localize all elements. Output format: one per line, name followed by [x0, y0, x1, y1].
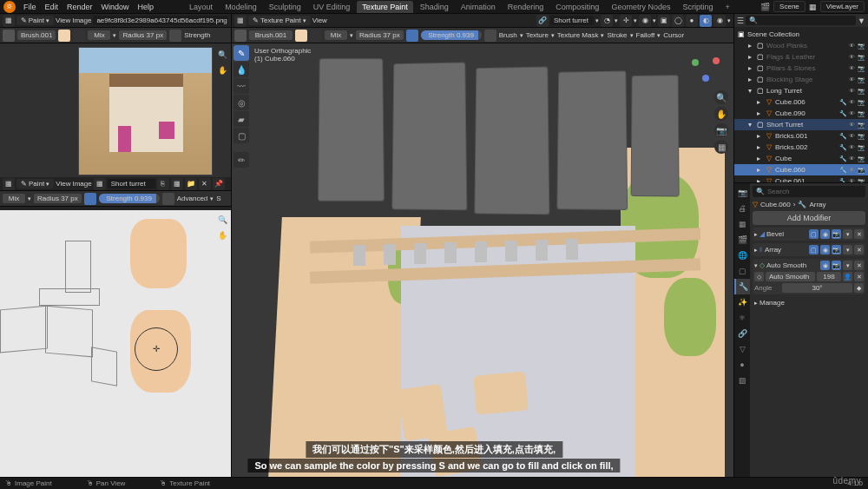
editor-type-icon[interactable]: ☰	[737, 17, 744, 25]
tree-row[interactable]: ▸▽Cube🔧👁📷	[734, 153, 868, 164]
tree-row[interactable]: ▸▽Bricks.002🔧👁📷	[734, 142, 868, 153]
filter-icon[interactable]: ▼	[858, 17, 865, 25]
blend-mode-field[interactable]: Mix	[88, 30, 110, 40]
tab-animation[interactable]: Animation	[456, 1, 501, 13]
tab-shading[interactable]: Shading	[415, 1, 454, 13]
unlink-x-icon[interactable]: ✕	[199, 178, 211, 190]
prop-tab-world-icon[interactable]: 🌐	[734, 248, 750, 263]
visibility-toggle-icon[interactable]: 👁	[847, 43, 856, 50]
tab-modeling[interactable]: Modeling	[220, 1, 262, 13]
outliner-search-input[interactable]: 🔍	[746, 16, 856, 25]
pan-icon[interactable]: ✋	[714, 107, 728, 121]
xray-icon[interactable]: ▣	[658, 15, 670, 27]
editor-type-icon[interactable]: ▦	[3, 15, 15, 27]
prop-tab-modifier-icon[interactable]: 🔧	[734, 279, 750, 294]
visibility-toggle-icon[interactable]: 📷	[857, 110, 865, 117]
falloff-menu[interactable]: Falloff	[636, 31, 655, 39]
mode-realtime-icon[interactable]: ◉	[820, 261, 830, 270]
texture-mask-menu[interactable]: Texture Mask	[557, 31, 599, 39]
visibility-toggle-icon[interactable]: 👁	[847, 133, 856, 140]
expand-arrow-icon[interactable]: ▸	[746, 53, 754, 62]
brush-preview-icon[interactable]	[234, 30, 247, 42]
view-menu[interactable]: View	[56, 180, 70, 188]
zoom-icon[interactable]: 🔍	[714, 90, 728, 104]
new-icon[interactable]: ▦	[171, 178, 183, 190]
image-menu[interactable]: Image	[72, 17, 91, 24]
secondary-color-swatch[interactable]	[73, 30, 85, 42]
expand-icon[interactable]: ▸	[754, 300, 758, 307]
tree-row[interactable]: ▸▢Flags & Leather👁📷	[734, 51, 868, 63]
visibility-toggle-icon[interactable]: 📷	[857, 144, 865, 151]
tab-compositing[interactable]: Compositing	[550, 1, 604, 13]
tool-clone-icon[interactable]: ◎	[233, 95, 249, 110]
strength-pressure-toggle[interactable]	[162, 193, 174, 205]
blend-mode-field[interactable]: Mix	[325, 30, 347, 40]
open-icon[interactable]: 📁	[185, 178, 197, 190]
delete-x-icon[interactable]: ✕	[854, 229, 864, 239]
visibility-toggle-icon[interactable]: 👁	[847, 99, 856, 106]
prop-tab-render-icon[interactable]: 📷	[734, 185, 750, 201]
view-menu[interactable]: View	[56, 17, 70, 24]
tool-draw-icon[interactable]: ✎	[233, 45, 249, 61]
overlays-icon[interactable]: ◉	[639, 15, 651, 27]
tab-add[interactable]: +	[720, 1, 734, 13]
tree-row[interactable]: ▸▽Bricks.001🔧👁📷	[734, 130, 868, 142]
visibility-toggle-icon[interactable]: 📷	[857, 43, 865, 50]
prop-tab-physics-icon[interactable]: ⚛	[734, 310, 750, 326]
reference-image[interactable]	[78, 47, 213, 175]
primary-color-swatch[interactable]	[58, 30, 70, 42]
radius-pressure-toggle[interactable]	[84, 193, 96, 205]
prop-tab-particles-icon[interactable]: ✨	[734, 294, 750, 310]
uv-image-dropdown[interactable]: Short turret	[108, 179, 155, 188]
mode-edit-icon[interactable]: ▢	[809, 245, 819, 254]
strength-slider[interactable]: Strength 0.939	[99, 194, 160, 203]
paint-mode-dropdown[interactable]: ✎ Paint ▾	[16, 16, 54, 25]
prop-tab-output-icon[interactable]: 🖨	[734, 201, 750, 216]
expand-arrow-icon[interactable]: ▸	[754, 155, 763, 163]
tab-geometry-nodes[interactable]: Geometry Nodes	[606, 1, 675, 13]
secondary-color-swatch[interactable]	[310, 30, 322, 42]
mode-render-icon[interactable]: 📷	[832, 261, 841, 270]
prop-tab-material-icon[interactable]: ●	[734, 357, 750, 373]
mode-dropdown[interactable]: ✎ Texture Paint ▾	[248, 16, 311, 25]
visibility-toggle-icon[interactable]: 📷	[857, 88, 865, 95]
shading-matprev-icon[interactable]: ◐	[700, 15, 712, 27]
hand-icon[interactable]: ✋	[216, 229, 228, 241]
tree-row[interactable]: ▸▽Cube.090🔧👁📷	[734, 108, 868, 119]
magnify-icon[interactable]: 🔍	[216, 49, 228, 61]
shading-rendered-icon[interactable]: ◉	[713, 15, 726, 27]
mode-render-icon[interactable]: 📷	[832, 245, 841, 254]
visibility-toggle-icon[interactable]: 👁	[847, 110, 856, 117]
dropdown-icon[interactable]: ▾	[843, 245, 852, 254]
auto-smooth-name-field[interactable]: Auto Smooth	[766, 272, 815, 281]
delete-x-icon[interactable]: ✕	[854, 245, 864, 254]
tree-row[interactable]: ▾▢Long Turret👁📷	[734, 85, 868, 96]
shading-solid-icon[interactable]: ●	[686, 15, 698, 27]
mode-render-icon[interactable]: 📷	[832, 229, 841, 239]
expand-arrow-icon[interactable]: ▸	[746, 64, 754, 73]
tree-row[interactable]: ▸▢Pillars & Stones👁📷	[734, 63, 868, 74]
visibility-toggle-icon[interactable]: 👁	[847, 122, 856, 129]
prop-tab-texture-icon[interactable]: ▨	[734, 373, 750, 388]
texture-menu[interactable]: Texture	[526, 31, 549, 39]
radius-pressure-toggle[interactable]	[406, 30, 418, 42]
expand-arrow-icon[interactable]: ▸	[746, 76, 754, 84]
tree-row[interactable]: ▸▢Blocking Stage👁📷	[734, 74, 868, 85]
manage-row[interactable]: ▸ Manage	[753, 297, 865, 308]
expand-arrow-icon[interactable]: ▸	[754, 132, 763, 141]
tree-row[interactable]: ▸▢Wood Planks👁📷	[734, 40, 868, 51]
strength-pressure-toggle[interactable]	[484, 30, 496, 42]
primary-color-swatch[interactable]	[295, 30, 307, 42]
stroke-menu[interactable]: Stroke	[607, 31, 627, 39]
viewlayer-field[interactable]: ViewLayer	[820, 1, 865, 12]
tree-row[interactable]: ▸▽Cube.061🔧👁📷	[734, 175, 868, 183]
expand-arrow-icon[interactable]: ▸	[754, 98, 763, 107]
tree-row[interactable]: ▾▢Short Turret👁📷	[734, 119, 868, 130]
viewport-3d[interactable]: User Orthographic (1) Cube.060 ✎ 💧 〰 ◎ ▰…	[232, 43, 733, 489]
tool-soften-icon[interactable]: 💧	[233, 62, 249, 77]
brush-preview-icon[interactable]	[3, 30, 15, 42]
nav-gizmo[interactable]	[688, 50, 723, 85]
uv-canvas[interactable]: ✛ 🔍 ✋	[0, 210, 231, 489]
visibility-toggle-icon[interactable]: 👁	[847, 76, 856, 83]
mode-edit-icon[interactable]: ▢	[809, 229, 819, 239]
